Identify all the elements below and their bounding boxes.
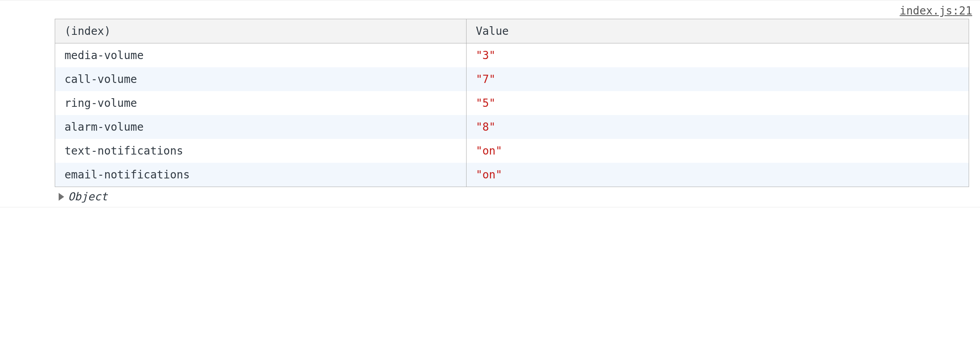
source-link-container: index.js:21 bbox=[0, 4, 980, 17]
cell-value: "5" bbox=[466, 91, 969, 115]
header-index[interactable]: (index) bbox=[55, 19, 467, 43]
table-row[interactable]: ring-volume "5" bbox=[55, 91, 969, 115]
chevron-right-icon bbox=[59, 193, 64, 201]
string-value: "3" bbox=[476, 49, 496, 62]
source-line: 21 bbox=[959, 4, 972, 17]
header-value[interactable]: Value bbox=[466, 19, 969, 43]
string-value: "on" bbox=[476, 144, 502, 157]
table-row[interactable]: alarm-volume "8" bbox=[55, 115, 969, 139]
cell-index: ring-volume bbox=[55, 91, 467, 115]
console-entry: index.js:21 (index) Value media-volume "… bbox=[0, 0, 980, 207]
cell-index: media-volume bbox=[55, 43, 467, 68]
string-value: "5" bbox=[476, 97, 496, 110]
string-value: "on" bbox=[476, 168, 502, 181]
string-value: "7" bbox=[476, 73, 496, 86]
console-table-wrap: (index) Value media-volume "3" call-volu… bbox=[0, 19, 980, 187]
table-row[interactable]: call-volume "7" bbox=[55, 67, 969, 91]
cell-value: "on" bbox=[466, 163, 969, 187]
object-label: Object bbox=[68, 190, 108, 203]
cell-index: alarm-volume bbox=[55, 115, 467, 139]
source-link[interactable]: index.js:21 bbox=[900, 4, 972, 17]
console-table: (index) Value media-volume "3" call-volu… bbox=[55, 19, 969, 187]
table-header-row: (index) Value bbox=[55, 19, 969, 43]
table-row[interactable]: text-notifications "on" bbox=[55, 139, 969, 163]
cell-value: "on" bbox=[466, 139, 969, 163]
cell-index: text-notifications bbox=[55, 139, 467, 163]
string-value: "8" bbox=[476, 121, 496, 133]
source-file: index.js bbox=[900, 4, 953, 17]
object-expander[interactable]: Object bbox=[0, 187, 980, 203]
table-row[interactable]: email-notifications "on" bbox=[55, 163, 969, 187]
table-row[interactable]: media-volume "3" bbox=[55, 43, 969, 68]
cell-index: call-volume bbox=[55, 67, 467, 91]
cell-value: "7" bbox=[466, 67, 969, 91]
cell-value: "3" bbox=[466, 43, 969, 68]
cell-value: "8" bbox=[466, 115, 969, 139]
cell-index: email-notifications bbox=[55, 163, 467, 187]
